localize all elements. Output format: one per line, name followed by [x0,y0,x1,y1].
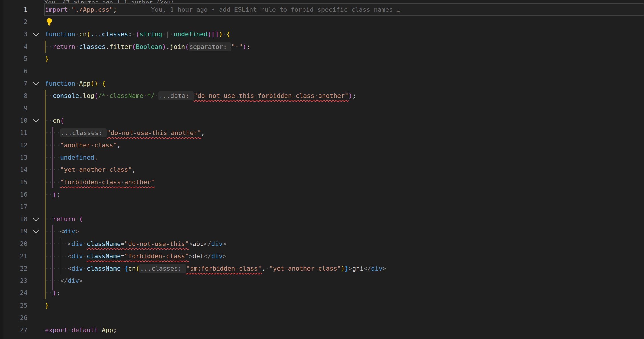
eslint-error-squiggle: "do-not-use-this·forbidden-class·another… [194,92,349,99]
code-token: · [254,92,258,99]
code-line-content[interactable] [44,201,644,213]
code-token: filter [109,43,132,50]
code-line-content[interactable] [44,65,644,77]
indent-guide [52,127,53,139]
line-number: 24 [3,287,27,299]
code-token: ) [349,92,352,99]
code-token: string [139,31,162,38]
code-token: ······ [45,265,68,272]
line-number: 14 [3,164,27,176]
code-token: undefined [60,154,94,161]
inlay-hint: separator: [189,42,231,51]
code-token: ) [219,31,222,38]
code-token: console [53,92,79,99]
editor-line-13: 13····undefined, [3,151,644,164]
code-token: another" [318,92,349,99]
chevron-down-icon[interactable] [33,80,39,86]
code-token: , [201,129,205,136]
code-token: log [83,92,94,99]
code-line-content[interactable]: ··cn( [44,114,644,127]
code-line-content[interactable]: ··return·( [44,213,644,225]
code-line-content[interactable]: ····</div> [44,275,644,287]
code-line-content[interactable]: ······<div·className={cn(...classes: "sm… [44,262,644,275]
code-line-content[interactable]: ····"yet-another-class", [44,164,644,176]
code-line-content[interactable]: ····<div> [44,225,644,237]
code-token: · [83,253,86,260]
sidebar-edge [0,0,3,339]
line-number: 22 [3,262,27,275]
code-token: cn [53,117,60,124]
code-line-content[interactable]: } [44,53,644,65]
code-line-content[interactable]: ······<div·className="do-not-use-this">a… [44,238,644,250]
code-token: "yet-another-class" [60,166,132,173]
code-token: · [167,129,171,136]
code-token: "do-not-use-this" [124,240,189,247]
chevron-down-icon[interactable] [33,215,39,221]
code-line-content[interactable]: ····...classes: "do-not-use-this·another… [44,127,644,139]
code-token: ( [136,265,139,272]
code-token: [] [211,31,219,38]
indent-guide [52,287,53,290]
eslint-error-squiggle: className="do-not-use-this" [87,240,189,247]
code-line-content[interactable]: ··console.log(/*·className·*/·...data: "… [44,90,644,102]
editor-line-1: 1import·"./App.css";You, 1 hour ago • ad… [3,3,644,16]
code-line-content[interactable] [44,16,644,28]
code-line-content[interactable]: ····"forbidden-class·another" [44,176,644,188]
lightbulb-icon[interactable] [45,17,54,26]
code-token: | [166,31,170,38]
code-line-content[interactable]: ····"another-class", [44,139,644,151]
code-token: > [189,240,192,247]
code-token: · [75,80,79,87]
chevron-down-icon[interactable] [33,117,39,123]
code-token: > [349,265,352,272]
code-token: · [75,43,79,50]
code-token: · [162,31,166,38]
code-line-content[interactable]: ······<div·className="forbidden-class">d… [44,250,644,262]
indent-guide [52,238,53,250]
code-token: () [90,80,98,87]
code-token: { [124,265,128,272]
editor-line-27: 27export·default·App; [3,324,644,336]
code-line-content[interactable]: function·cn(...classes:·(string·|·undefi… [44,28,644,40]
inlay-hint: ...classes: [60,128,107,137]
indent-guide [45,102,46,114]
code-editor[interactable]: You, 47 minutes ago | 1 author (You) 1im… [3,3,644,336]
code-token: . [106,43,109,50]
line-number: 20 [3,238,27,250]
code-line-content[interactable]: } [44,299,644,312]
code-token: , [262,265,265,272]
editor-line-25: 25} [3,299,644,312]
code-token: · [223,31,226,38]
code-token: ) [162,43,166,50]
code-token: import [45,6,68,13]
code-line-content[interactable]: export·default·App; [44,324,644,336]
code-line-content[interactable]: ····undefined, [44,151,644,164]
fold-gutter [27,28,44,40]
code-token: "yet-another-class" [269,265,341,272]
code-line-content[interactable] [44,312,644,324]
code-line-content[interactable]: ··return·classes.filter(Boolean).join(se… [44,41,644,53]
indent-guide [45,139,46,151]
code-token: · [83,265,86,272]
chevron-down-icon[interactable] [33,228,39,233]
indent-guide [45,176,46,188]
fold-gutter [27,299,44,312]
line-number: 27 [3,324,27,336]
code-token: ; [56,289,60,296]
code-line-content[interactable]: function·App()·{ [44,77,644,90]
code-token: "forbidden-class [60,179,121,186]
code-line-content[interactable]: ··); [44,188,644,201]
vscode-editor-screenshot: { "codelens_top": "You, 47 minutes ago |… [0,0,644,339]
code-token: · [315,92,318,99]
chevron-down-icon[interactable] [33,31,39,36]
code-token: </ [364,265,371,272]
code-token: div [68,277,79,284]
code-line-content[interactable] [44,102,644,114]
line-number: 21 [3,250,27,262]
code-line-content[interactable]: ··); [44,287,644,299]
fold-gutter [27,238,44,250]
code-token: className [87,240,121,247]
line-number: 2 [3,16,27,28]
code-line-content[interactable]: import·"./App.css";You, 1 hour ago • add… [44,3,644,16]
code-token: </ [204,253,211,260]
